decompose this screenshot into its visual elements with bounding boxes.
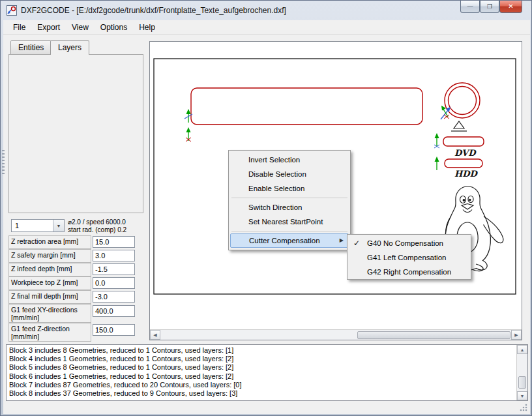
hdd-label[interactable]: HDD <box>454 169 479 179</box>
g1-feed-xy-input[interactable] <box>93 305 135 317</box>
message-log[interactable]: Block 3 includes 8 Geometries, reduced t… <box>6 344 528 401</box>
param-row: G1 feed XY-directions [mm/min] <box>8 304 135 323</box>
menu-help[interactable]: Help <box>133 20 161 34</box>
maximize-icon: ❐ <box>487 4 492 10</box>
param-row: G1 feed Z-direction [mm/min] <box>8 323 135 342</box>
close-icon: ✕ <box>508 3 513 10</box>
layers-panel <box>8 54 143 213</box>
drawing-canvas[interactable]: DVD HDD Invert Selection Disable Sele <box>149 41 522 340</box>
menu-file[interactable]: File <box>7 20 31 34</box>
param-label: Z final mill depth [mm] <box>8 290 91 304</box>
scroll-left-icon[interactable]: ◀ <box>150 330 160 340</box>
menu-bar: File Export View Options Help <box>3 20 530 35</box>
z-infeed-depth-input[interactable] <box>93 263 135 275</box>
circle-contour-inner[interactable] <box>449 87 477 115</box>
z-retraction-input[interactable] <box>93 236 135 248</box>
menu-item-cutter-compensation[interactable]: Cutter Compensation ▶ <box>230 233 349 248</box>
param-row: Z retraction area [mm] <box>8 235 135 249</box>
maximize-button[interactable]: ❐ <box>480 1 499 13</box>
cutter-compensation-submenu: ✓ G40 No Compensation G41 Left Compensat… <box>347 234 471 280</box>
param-row: Z infeed depth [mm] <box>8 263 135 276</box>
hdd-slot-contour[interactable] <box>445 159 482 168</box>
context-menu: Invert Selection Disable Selection Enabl… <box>228 150 351 250</box>
tool-select-value: 1 <box>12 222 53 230</box>
scroll-up-icon[interactable]: ▲ <box>517 345 527 354</box>
menu-options[interactable]: Options <box>95 20 133 34</box>
dvd-slot-contour[interactable] <box>443 137 484 146</box>
log-vertical-scrollbar[interactable]: ▲ ▼ <box>516 345 527 400</box>
check-icon: ✓ <box>353 236 360 250</box>
workpiece-top-z-input[interactable] <box>93 277 135 289</box>
log-line: Block 8 includes 37 Geometries, reduced … <box>7 389 516 398</box>
menu-separator <box>231 231 347 231</box>
menu-item-switch-direction[interactable]: Switch Direction <box>229 200 350 215</box>
log-line: Block 5 includes 8 Geometries, reduced t… <box>7 363 516 372</box>
app-window: DXF2GCODE - [E:/dxf2gcode/trunk/dxf/Fron… <box>0 0 532 416</box>
z-final-mill-depth-input[interactable] <box>93 291 135 303</box>
z-safety-margin-input[interactable] <box>93 250 135 261</box>
g1-feed-z-input[interactable] <box>93 324 135 336</box>
tab-entities[interactable]: Entities <box>10 40 52 54</box>
tool-info-line2: start rad. (comp) 0.2 <box>68 226 126 233</box>
menu-item-g41-left-compensation[interactable]: G41 Left Compensation <box>347 250 471 265</box>
log-line: Block 6 includes 1 Geometries, reduced t… <box>7 372 516 381</box>
canvas-horizontal-scrollbar[interactable]: ◀ ▶ <box>150 329 522 340</box>
minimize-button[interactable]: — <box>460 1 480 13</box>
param-row: Z final mill depth [mm] <box>8 290 135 304</box>
param-row: Workpiece top Z [mm] <box>8 276 135 290</box>
window-title: DXF2GCODE - [E:/dxf2gcode/trunk/dxf/Fron… <box>21 6 286 15</box>
param-label: G1 feed XY-directions [mm/min] <box>8 304 91 323</box>
log-line: Block 4 includes 1 Geometries, reduced t… <box>7 355 516 363</box>
log-lines: Block 3 includes 8 Geometries, reduced t… <box>7 346 516 398</box>
slot-contour[interactable] <box>191 88 422 125</box>
menu-item-invert-selection[interactable]: Invert Selection <box>229 153 350 167</box>
log-line: Block 7 includes 87 Geometries, reduced … <box>7 381 516 389</box>
menu-item-g42-right-compensation[interactable]: G42 Right Compensation <box>347 265 471 279</box>
param-label: Workpiece top Z [mm] <box>8 276 91 290</box>
scroll-down-icon[interactable]: ▼ <box>517 391 527 400</box>
scrollbar-thumb[interactable] <box>357 331 510 339</box>
tool-select[interactable]: 1 ▼ <box>11 219 65 232</box>
dvd-label[interactable]: DVD <box>454 148 477 158</box>
close-button[interactable]: ✕ <box>499 1 522 13</box>
minimize-icon: — <box>467 4 473 10</box>
triangle-marker[interactable] <box>454 121 464 128</box>
menu-item-enable-selection[interactable]: Enable Selection <box>229 181 350 196</box>
menu-export[interactable]: Export <box>31 20 66 34</box>
splitter-handle[interactable] <box>2 150 5 175</box>
param-row: Z safety margin [mm] <box>8 249 135 263</box>
menu-item-set-nearest-startpoint[interactable]: Set Nearest StartPoint <box>229 215 350 229</box>
menu-view[interactable]: View <box>66 20 95 34</box>
chevron-down-icon[interactable]: ▼ <box>53 220 64 231</box>
tab-layers[interactable]: Layers <box>50 40 89 55</box>
param-label: G1 feed Z-direction [mm/min] <box>8 323 91 342</box>
resize-grip[interactable] <box>519 403 527 411</box>
scrollbar-thumb[interactable] <box>518 376 526 389</box>
menu-item-g40-no-compensation[interactable]: ✓ G40 No Compensation <box>347 236 471 250</box>
app-icon[interactable] <box>7 5 17 16</box>
title-bar[interactable]: DXF2GCODE - [E:/dxf2gcode/trunk/dxf/Fron… <box>1 1 532 20</box>
param-label: Z infeed depth [mm] <box>8 263 91 276</box>
log-line: Block 3 includes 8 Geometries, reduced t… <box>7 346 516 355</box>
scroll-right-icon[interactable]: ▶ <box>511 330 522 340</box>
menu-item-disable-selection[interactable]: Disable Selection <box>229 167 350 181</box>
submenu-arrow-icon: ▶ <box>340 234 344 247</box>
param-label: Z safety margin [mm] <box>8 249 91 263</box>
menu-separator <box>231 198 347 198</box>
tool-info-line1: ⌀2.0 / speed 6000.0 <box>68 218 126 226</box>
circle-contour-outer[interactable] <box>445 83 480 118</box>
param-label: Z retraction area [mm] <box>8 235 91 249</box>
slot-startpoint-markers <box>434 133 439 170</box>
